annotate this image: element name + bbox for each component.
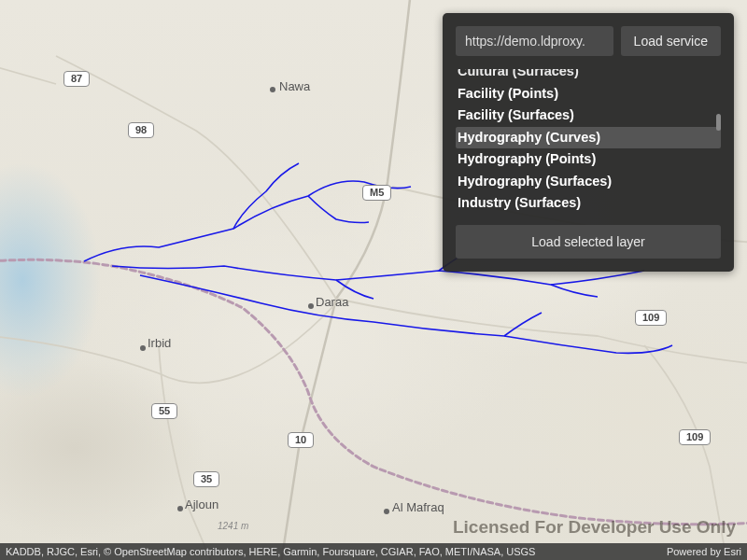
layer-item[interactable]: Facility (Points) (456, 83, 721, 105)
shield-109a: 109 (635, 310, 667, 326)
city-dot-irbid (140, 345, 146, 351)
shield-m5-upper: M5 (362, 185, 391, 201)
attribution-bar: KADDB, RJGC, Esri, © OpenStreetMap contr… (0, 543, 747, 560)
shield-35: 35 (193, 471, 219, 487)
service-url-input[interactable] (456, 26, 613, 56)
city-dot-almafraq (384, 509, 389, 514)
layer-item[interactable]: Cultural (Surfaces) (456, 69, 721, 83)
elevation-label: 1241 m (218, 521, 248, 531)
layer-item[interactable]: Facility (Surfaces) (456, 105, 721, 127)
city-label-daraa: Daraa (316, 295, 348, 309)
scrollbar-thumb[interactable] (716, 114, 721, 131)
shield-55: 55 (151, 403, 177, 419)
map-view[interactable]: 87 98 M5 55 35 10 109 109 Nawa Daraa Irb… (0, 0, 747, 560)
shield-109b: 109 (679, 429, 711, 445)
load-service-button[interactable]: Load service (621, 26, 721, 56)
city-label-irbid: Irbid (148, 336, 171, 350)
city-label-ajloun: Ajloun (185, 497, 218, 511)
shield-10: 10 (288, 432, 314, 448)
shield-98: 98 (128, 122, 154, 138)
layer-item[interactable]: Hydrography (Curves) (456, 127, 721, 149)
city-dot-nawa (270, 87, 275, 92)
city-dot-ajloun (177, 506, 183, 511)
layer-item[interactable]: Hydrography (Points) (456, 148, 721, 171)
attribution-powered-by: Powered by Esri (667, 546, 741, 557)
layer-panel: Load service Cultural (Surfaces) Facilit… (443, 13, 734, 272)
shield-87: 87 (63, 71, 90, 87)
load-selected-layer-button[interactable]: Load selected layer (456, 225, 721, 259)
city-label-almafraq: Al Mafraq (392, 500, 444, 514)
city-label-nawa: Nawa (279, 79, 310, 93)
city-dot-daraa (308, 303, 314, 309)
layer-item[interactable]: Industry (Surfaces) (456, 192, 721, 214)
layer-item[interactable]: Hydrography (Surfaces) (456, 171, 721, 193)
layer-list[interactable]: Cultural (Surfaces) Facility (Points) Fa… (456, 69, 721, 214)
attribution-sources: KADDB, RJGC, Esri, © OpenStreetMap contr… (6, 546, 535, 557)
